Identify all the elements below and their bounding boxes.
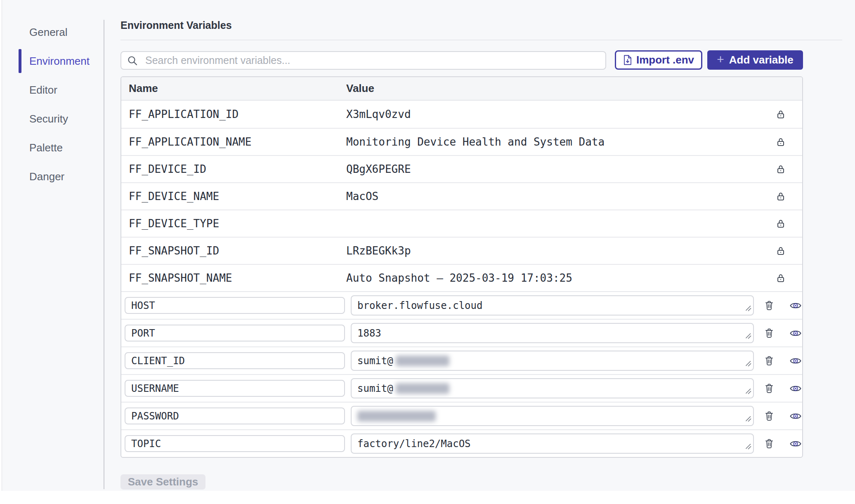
sidebar-item-label: General — [29, 26, 68, 39]
env-var-row: FF_DEVICE_NAMEMacOS — [121, 182, 802, 210]
import-env-button[interactable]: Import .env — [615, 50, 702, 70]
env-var-name: FF_SNAPSHOT_NAME — [121, 272, 346, 284]
sidebar-divider — [104, 20, 104, 489]
env-var-row-editable: sumit@ — [121, 346, 802, 374]
variable-value-text: factory/line2/MacOS — [357, 438, 471, 450]
sidebar-item-palette[interactable]: Palette — [16, 133, 99, 162]
lock-icon — [776, 219, 786, 229]
toggle-visibility-button[interactable] — [789, 301, 802, 310]
env-var-name: FF_DEVICE_TYPE — [121, 217, 346, 230]
sidebar-item-environment[interactable]: Environment — [16, 47, 99, 75]
env-var-row: FF_APPLICATION_NAMEMonitoring Device Hea… — [121, 128, 802, 155]
env-var-value: X3mLqv0zvd — [346, 108, 759, 120]
plus-icon: + — [717, 53, 724, 66]
resize-handle-icon[interactable] — [744, 440, 751, 452]
sidebar-item-security[interactable]: Security — [16, 104, 99, 133]
env-var-row: FF_SNAPSHOT_IDLRzBEGKk3p — [121, 237, 802, 264]
sidebar-item-label: Security — [29, 113, 68, 125]
toggle-visibility-button[interactable] — [789, 356, 802, 365]
toggle-visibility-button[interactable] — [789, 329, 802, 338]
variable-name-input[interactable] — [125, 407, 345, 424]
env-var-row: FF_DEVICE_TYPE — [121, 210, 802, 237]
variable-value-textarea[interactable] — [351, 406, 754, 426]
lock-icon — [776, 246, 786, 256]
variable-value-text: sumit@ — [357, 383, 393, 394]
env-var-name: FF_APPLICATION_NAME — [121, 136, 346, 148]
variable-value-textarea[interactable]: factory/line2/MacOS — [351, 433, 754, 454]
page-title: Environment Variables — [120, 19, 232, 31]
resize-handle-icon[interactable] — [744, 330, 751, 341]
resize-handle-icon[interactable] — [744, 358, 751, 369]
env-var-value: QBgX6PEGRE — [346, 163, 759, 175]
settings-sidebar: GeneralEnvironmentEditorSecurityPaletteD… — [16, 18, 99, 191]
lock-icon — [776, 273, 786, 283]
active-indicator — [19, 49, 21, 73]
resize-handle-icon[interactable] — [744, 413, 751, 424]
env-var-row: FF_SNAPSHOT_NAMEAuto Snapshot – 2025-03-… — [121, 264, 802, 291]
env-var-value: Auto Snapshot – 2025-03-19 17:03:25 — [346, 272, 759, 284]
env-var-row: FF_APPLICATION_IDX3mLqv0zvd — [121, 101, 802, 128]
variable-value-textarea[interactable]: sumit@ — [351, 351, 754, 371]
variable-name-input[interactable] — [125, 352, 345, 369]
env-var-row: FF_DEVICE_IDQBgX6PEGRE — [121, 155, 802, 182]
redacted-value-blur — [396, 356, 449, 366]
add-variable-label: Add variable — [729, 54, 794, 66]
lock-icon — [776, 191, 786, 202]
resize-handle-icon[interactable] — [744, 302, 751, 314]
search-input[interactable] — [120, 51, 606, 70]
delete-variable-button[interactable] — [764, 383, 775, 394]
variable-name-input[interactable] — [125, 297, 345, 314]
title-divider — [120, 40, 842, 40]
variable-value-textarea[interactable]: 1883 — [351, 323, 754, 343]
import-env-label: Import .env — [636, 54, 694, 66]
delete-variable-button[interactable] — [764, 300, 775, 311]
settings-page: GeneralEnvironmentEditorSecurityPaletteD… — [2, 0, 855, 491]
env-var-value: MacOS — [346, 190, 759, 203]
sidebar-item-editor[interactable]: Editor — [16, 75, 99, 104]
env-var-name: FF_DEVICE_ID — [121, 163, 346, 175]
env-var-row-editable: broker.flowfuse.cloud — [121, 291, 802, 319]
redacted-value-blur — [357, 411, 436, 422]
env-var-name: FF_APPLICATION_ID — [121, 108, 346, 120]
sidebar-item-label: Editor — [29, 84, 57, 97]
env-var-row-editable: sumit@ — [121, 374, 802, 402]
sidebar-item-danger[interactable]: Danger — [16, 162, 99, 191]
variable-value-text: 1883 — [357, 327, 381, 339]
toggle-visibility-button[interactable] — [789, 439, 802, 448]
lock-icon — [776, 109, 786, 120]
redacted-value-blur — [396, 383, 449, 394]
variable-name-input[interactable] — [125, 435, 345, 452]
variable-name-input[interactable] — [125, 325, 345, 341]
variable-value-textarea[interactable]: broker.flowfuse.cloud — [351, 295, 754, 316]
delete-variable-button[interactable] — [764, 410, 775, 422]
column-header-value: Value — [346, 82, 374, 95]
resize-handle-icon[interactable] — [744, 385, 751, 397]
sidebar-item-label: Danger — [29, 170, 64, 183]
add-variable-button[interactable]: + Add variable — [707, 50, 803, 70]
sidebar-item-general[interactable]: General — [16, 18, 99, 47]
env-var-row-editable — [121, 402, 802, 429]
env-var-value: Monitoring Device Health and System Data — [346, 136, 759, 148]
env-var-value: LRzBEGKk3p — [346, 245, 759, 257]
delete-variable-button[interactable] — [764, 327, 775, 339]
table-header: Name Value — [121, 77, 802, 101]
lock-icon — [776, 137, 786, 147]
search-wrap — [120, 51, 606, 70]
delete-variable-button[interactable] — [764, 355, 775, 366]
env-variables-table: Name Value FF_APPLICATION_IDX3mLqv0zvdFF… — [120, 76, 803, 458]
env-var-name: FF_SNAPSHOT_ID — [121, 245, 346, 257]
variable-value-textarea[interactable]: sumit@ — [351, 378, 754, 398]
delete-variable-button[interactable] — [764, 438, 775, 449]
lock-icon — [776, 164, 786, 174]
table-body: FF_APPLICATION_IDX3mLqv0zvdFF_APPLICATIO… — [121, 101, 802, 457]
toggle-visibility-button[interactable] — [789, 412, 802, 421]
variable-value-text: sumit@ — [357, 355, 393, 367]
import-file-icon — [623, 54, 632, 66]
toggle-visibility-button[interactable] — [789, 384, 802, 393]
variable-name-input[interactable] — [125, 380, 345, 397]
save-settings-button[interactable]: Save Settings — [120, 474, 205, 490]
column-header-name: Name — [121, 82, 346, 95]
env-var-name: FF_DEVICE_NAME — [121, 190, 346, 203]
sidebar-item-label: Environment — [29, 55, 90, 68]
env-var-row-editable: factory/line2/MacOS — [121, 429, 802, 457]
